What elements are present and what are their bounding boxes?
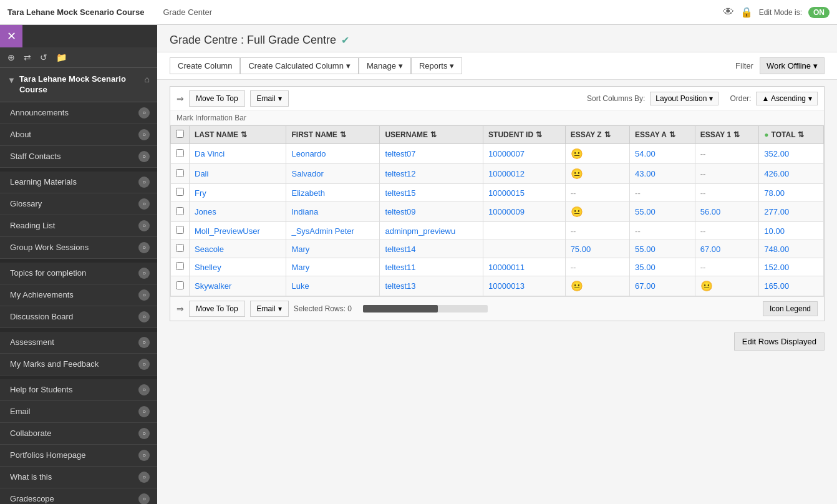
link-first-name[interactable]: _SysAdmin Peter [291, 226, 354, 236]
link-essay-a[interactable]: 43.00 [635, 169, 656, 178]
manage-button[interactable]: Manage ▾ [359, 57, 411, 74]
link-username[interactable]: teltest07 [385, 149, 415, 158]
sidebar-item-portfolios-homepage[interactable]: Portfolios Homepage○ [0, 445, 157, 467]
link-first-name[interactable]: Mary [291, 263, 309, 272]
link-username[interactable]: teltest13 [385, 281, 415, 291]
email-button-bottom[interactable]: Email ▾ [250, 301, 289, 317]
row-checkbox-0[interactable] [176, 149, 184, 157]
row-checkbox-1[interactable] [176, 169, 184, 177]
sidebar-icon-refresh[interactable]: ↺ [37, 51, 50, 64]
link-last-name[interactable]: Shelley [195, 263, 221, 272]
link-username[interactable]: teltest14 [385, 245, 415, 254]
sidebar-home-icon[interactable]: ⌂ [145, 74, 150, 84]
link-total[interactable]: 352.00 [764, 149, 789, 158]
link-username[interactable]: teltest09 [385, 207, 415, 216]
link-essay-1[interactable]: 56.00 [700, 207, 721, 216]
row-checkbox-cell[interactable] [171, 240, 190, 258]
sidebar-item-assessment[interactable]: Assessment○ [0, 332, 157, 354]
move-to-top-button-bottom[interactable]: Move To Top [189, 301, 245, 317]
link-username[interactable]: teltest11 [385, 263, 415, 272]
link-essay-z[interactable]: 75.00 [571, 245, 591, 254]
link-last-name[interactable]: Jones [195, 207, 216, 216]
sidebar-icon-folder[interactable]: 📁 [54, 51, 69, 64]
sidebar-item-collaborate[interactable]: Collaborate○ [0, 423, 157, 445]
row-checkbox-3[interactable] [176, 207, 184, 215]
sidebar-item-reading-list[interactable]: Reading List○ [0, 215, 157, 237]
sidebar-close-button[interactable]: ✕ [0, 25, 22, 47]
link-student-id[interactable]: 10000011 [488, 263, 525, 272]
nav-arrow-bottom-icon[interactable]: ⇒ [177, 304, 184, 314]
icon-legend-button[interactable]: Icon Legend [763, 301, 818, 316]
row-checkbox-cell[interactable] [171, 222, 190, 240]
link-essay-a[interactable]: 55.00 [635, 245, 656, 254]
link-first-name[interactable]: Indiana [291, 207, 318, 216]
link-username[interactable]: adminpm_previewu [385, 226, 455, 236]
row-checkbox-cell[interactable] [171, 184, 190, 202]
link-total[interactable]: 277.00 [764, 207, 789, 216]
link-total[interactable]: 426.00 [764, 169, 789, 178]
create-calculated-column-button[interactable]: Create Calculated Column ▾ [240, 57, 358, 74]
link-student-id[interactable]: 10000013 [488, 281, 525, 291]
link-essay-a[interactable]: 55.00 [635, 207, 656, 216]
work-offline-button[interactable]: Work Offline ▾ [760, 57, 825, 74]
link-last-name[interactable]: Skywalker [195, 281, 231, 291]
select-all-checkbox[interactable] [176, 130, 184, 138]
link-username[interactable]: teltest15 [385, 188, 415, 198]
row-checkbox-cell[interactable] [171, 276, 190, 296]
sidebar-item-about[interactable]: About○ [0, 124, 157, 146]
link-first-name[interactable]: Leonardo [291, 149, 326, 158]
sidebar-item-glossary[interactable]: Glossary○ [0, 193, 157, 215]
email-button-top[interactable]: Email ▾ [250, 90, 289, 107]
row-checkbox-5[interactable] [176, 244, 184, 252]
sidebar-item-announcements[interactable]: Announcements○ [0, 102, 157, 124]
sidebar-icon-swap[interactable]: ⇄ [21, 51, 34, 64]
username-sort-icon[interactable]: ⇅ [430, 130, 437, 139]
link-total[interactable]: 165.00 [764, 281, 789, 291]
sidebar-item-group-work-sessions[interactable]: Group Work Sessions○ [0, 237, 157, 259]
link-first-name[interactable]: Salvador [291, 169, 323, 178]
link-last-name[interactable]: Moll_PreviewUser [195, 226, 260, 236]
link-student-id[interactable]: 10000009 [488, 207, 525, 216]
order-select[interactable]: ▲ Ascending ▾ [756, 92, 818, 105]
row-checkbox-cell[interactable] [171, 144, 190, 164]
move-to-top-button-top[interactable]: Move To Top [189, 90, 245, 107]
essay-z-sort-icon[interactable]: ⇅ [604, 130, 611, 139]
last-name-sort-icon[interactable]: ⇅ [241, 130, 247, 139]
link-first-name[interactable]: Luke [291, 281, 309, 291]
edit-mode-toggle[interactable]: ON [808, 7, 830, 18]
link-last-name[interactable]: Seacole [195, 245, 224, 254]
link-essay-1[interactable]: 67.00 [700, 245, 721, 254]
link-first-name[interactable]: Mary [291, 245, 309, 254]
link-essay-a[interactable]: 35.00 [635, 263, 656, 272]
row-checkbox-cell[interactable] [171, 202, 190, 222]
sidebar-item-what-is-this[interactable]: What is this○ [0, 467, 157, 488]
link-essay-a[interactable]: 67.00 [635, 281, 656, 291]
sidebar-item-topics-for-completion[interactable]: Topics for completion○ [0, 263, 157, 284]
sidebar-item-help-for-students[interactable]: Help for Students○ [0, 379, 157, 401]
link-last-name[interactable]: Dali [195, 169, 208, 178]
edit-rows-displayed-button[interactable]: Edit Rows Displayed [734, 332, 825, 351]
select-all-checkbox-header[interactable] [171, 126, 190, 144]
filter-button[interactable]: Filter [735, 61, 753, 70]
sidebar-item-my-achievements[interactable]: My Achievements○ [0, 284, 157, 306]
first-name-sort-icon[interactable]: ⇅ [340, 130, 346, 139]
link-last-name[interactable]: Da Vinci [195, 149, 225, 158]
link-total[interactable]: 152.00 [764, 263, 789, 272]
row-checkbox-6[interactable] [176, 262, 184, 270]
sidebar-item-staff-contacts[interactable]: Staff Contacts○ [0, 146, 157, 168]
link-total[interactable]: 748.00 [764, 245, 789, 254]
row-checkbox-2[interactable] [176, 188, 184, 196]
row-checkbox-7[interactable] [176, 281, 184, 289]
link-student-id[interactable]: 10000007 [488, 149, 525, 158]
row-checkbox-cell[interactable] [171, 258, 190, 276]
link-student-id[interactable]: 10000012 [488, 169, 525, 178]
essay-a-sort-icon[interactable]: ⇅ [669, 130, 675, 139]
link-username[interactable]: teltest12 [385, 169, 415, 178]
sidebar-item-my-marks-and-feedback[interactable]: My Marks and Feedback○ [0, 354, 157, 376]
row-checkbox-cell[interactable] [171, 164, 190, 184]
link-first-name[interactable]: Elizabeth [291, 188, 324, 198]
reports-button[interactable]: Reports ▾ [411, 57, 463, 74]
nav-arrow-icon[interactable]: ⇒ [177, 94, 184, 104]
sidebar-item-learning-materials[interactable]: Learning Materials○ [0, 172, 157, 193]
row-checkbox-4[interactable] [176, 226, 184, 234]
